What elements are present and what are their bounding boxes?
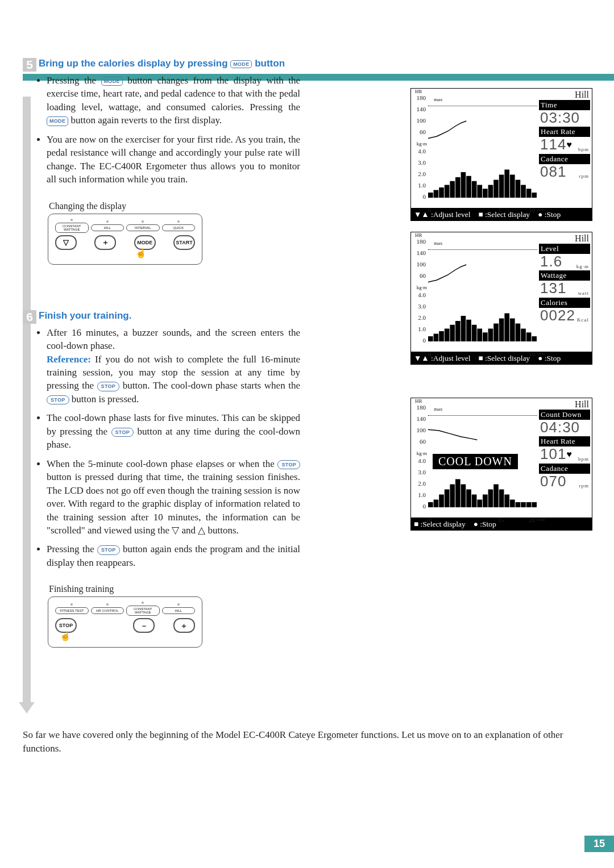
- readout-hr-value: 101♥bpm: [539, 446, 590, 463]
- svg-rect-32: [493, 324, 499, 342]
- svg-rect-18: [526, 189, 532, 198]
- svg-rect-55: [510, 500, 515, 508]
- step-5-bullet-2: You are now on the exerciser for your fi…: [47, 133, 300, 186]
- lcd-display-2: HR Hill max 180 140 100 60 kg·m 4.0 3.0 …: [410, 232, 592, 365]
- svg-rect-27: [466, 320, 471, 341]
- readout-wattage-value: 131watt: [539, 281, 590, 297]
- svg-rect-46: [461, 485, 466, 508]
- svg-rect-42: [439, 495, 444, 508]
- readout-hr-value: 114♥bpm: [539, 137, 590, 153]
- stop-button-icon: STOP: [111, 428, 134, 437]
- svg-rect-13: [499, 175, 504, 198]
- step-flow-arrow: [23, 97, 31, 703]
- svg-rect-14: [504, 170, 509, 198]
- keypad-change-display: CONSTANT WATTAGE HILL INTERVAL QUICK ▽ ＋…: [48, 214, 202, 265]
- down-button: －: [133, 618, 155, 633]
- svg-rect-50: [483, 495, 488, 508]
- stop-button-icon: STOP: [277, 460, 300, 469]
- hr-axis-label: HR: [415, 89, 422, 94]
- keypad-caption: Changing the display: [49, 201, 300, 211]
- svg-rect-11: [488, 185, 493, 198]
- svg-rect-36: [516, 324, 521, 342]
- svg-rect-52: [493, 485, 499, 508]
- svg-rect-7: [466, 176, 471, 198]
- svg-rect-9: [477, 185, 482, 198]
- svg-rect-31: [488, 329, 493, 342]
- stop-button-icon: STOP: [47, 395, 69, 404]
- svg-rect-4: [450, 181, 455, 198]
- step-6-bullet-4: Pressing the STOP button again ends the …: [47, 542, 300, 569]
- svg-rect-12: [493, 180, 499, 198]
- svg-rect-38: [526, 332, 532, 341]
- readout-level-value: 1.6kg·m: [539, 254, 590, 270]
- chart-1: [428, 95, 537, 198]
- key-interval: INTERVAL: [126, 224, 160, 231]
- mode-button-icon: MODE: [230, 60, 252, 68]
- svg-rect-35: [510, 319, 515, 342]
- svg-rect-33: [499, 319, 504, 342]
- lcd-display-3: HR Hill max 180 140 100 60 kg·m 4.0 3.0 …: [410, 398, 592, 531]
- step-6-bullet-3: When the 5-minute cool-down phase elapse…: [47, 457, 300, 537]
- svg-rect-10: [483, 189, 488, 198]
- svg-rect-53: [499, 490, 504, 508]
- step-6-bullet-1: After 16 minutes, a buzzer sounds, and t…: [47, 326, 300, 406]
- step-5-bullet-1: Pressing the MODE button changes from th…: [47, 74, 300, 127]
- svg-rect-39: [532, 336, 537, 341]
- page-number: 15: [584, 836, 614, 852]
- svg-rect-25: [455, 321, 460, 341]
- footer-paragraph: So far we have covered only the beginnin…: [23, 728, 591, 756]
- svg-rect-24: [450, 325, 455, 341]
- svg-rect-8: [472, 181, 477, 198]
- chart-3: COOL DOWN: [428, 405, 537, 507]
- step-6-bullets: After 16 minutes, a buzzer sounds, and t…: [39, 326, 300, 570]
- svg-rect-29: [477, 329, 482, 342]
- mode-label: Hill: [575, 90, 589, 100]
- key-fitness-test: FITNESS TEST: [55, 607, 89, 614]
- chart-2: [428, 239, 537, 341]
- svg-rect-23: [445, 329, 450, 342]
- display-legend: :Adjust level:Select display:Stop: [410, 352, 592, 365]
- svg-rect-28: [472, 325, 477, 341]
- svg-rect-0: [428, 193, 433, 198]
- key-hr-control: HR CONTROL: [91, 607, 125, 614]
- svg-rect-41: [434, 500, 439, 508]
- hr-line-chart: [428, 95, 537, 147]
- svg-rect-21: [434, 334, 439, 342]
- svg-rect-58: [526, 502, 532, 507]
- svg-rect-34: [504, 314, 509, 342]
- load-bar-chart: [428, 147, 537, 198]
- step-6: 6 Finish your training. After 16 minutes…: [39, 310, 300, 648]
- load-bar-chart: [428, 290, 537, 341]
- key-quick: QUICK: [162, 224, 196, 231]
- step-5-bullets: Pressing the MODE button changes from th…: [39, 74, 300, 186]
- svg-rect-22: [439, 331, 444, 341]
- svg-rect-51: [488, 490, 493, 508]
- hr-line-chart: [428, 239, 537, 290]
- reference-label: Reference:: [47, 354, 91, 365]
- svg-rect-37: [521, 329, 526, 342]
- svg-rect-54: [504, 495, 509, 508]
- lcd-display-1: HR Hill max 180 140 100 60 kg·m 4.0 3.0 …: [410, 88, 592, 221]
- step-6-title: Finish your training.: [39, 310, 300, 322]
- step-5: 5 Bring up the calories display by press…: [39, 58, 300, 265]
- cool-down-overlay: COOL DOWN: [433, 454, 518, 469]
- svg-rect-30: [483, 332, 488, 341]
- key-hill: HILL: [91, 224, 125, 231]
- readout-cadence-value: 070rpm: [539, 474, 590, 490]
- svg-rect-16: [516, 180, 521, 198]
- readout-countdown-value: 04:30: [539, 420, 590, 436]
- step-6-bullet-2: The cool-down phase lasts for five minut…: [47, 411, 300, 451]
- mode-button-icon: MODE: [47, 116, 68, 126]
- svg-rect-44: [450, 485, 455, 508]
- up-button: ＋: [94, 235, 116, 250]
- readout-calories-value: 0022Kcal: [539, 308, 590, 324]
- svg-rect-2: [439, 187, 444, 198]
- keypad-finish-training: FITNESS TEST HR CONTROL CONSTANT WATTAGE…: [48, 596, 202, 648]
- svg-rect-19: [532, 193, 537, 198]
- svg-rect-56: [516, 502, 521, 507]
- heart-icon: ♥: [566, 449, 572, 459]
- svg-rect-45: [455, 479, 460, 508]
- svg-rect-40: [428, 502, 433, 507]
- svg-rect-26: [461, 316, 466, 341]
- svg-rect-5: [455, 177, 460, 198]
